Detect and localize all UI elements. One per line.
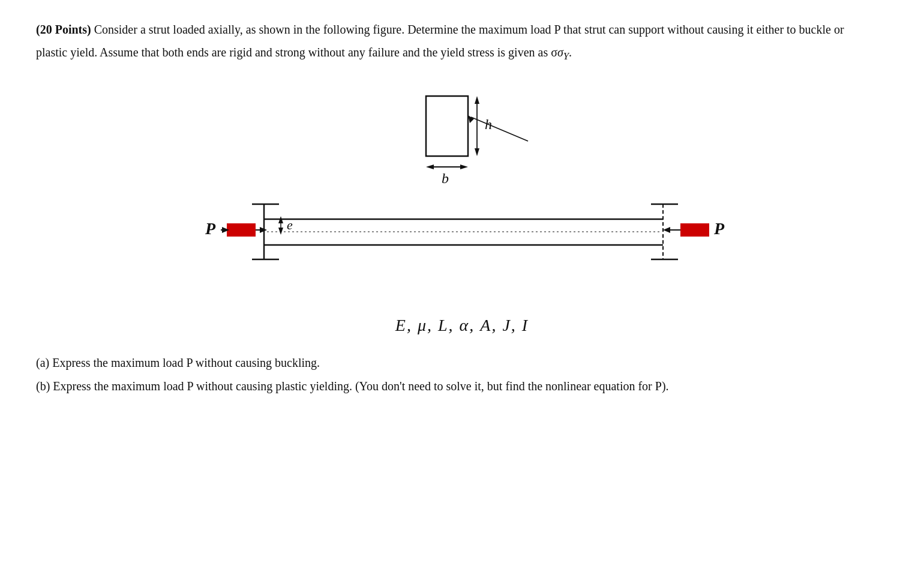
svg-rect-0 xyxy=(426,96,468,156)
svg-text:P: P xyxy=(205,219,216,238)
svg-text:e: e xyxy=(287,217,293,232)
svg-rect-30 xyxy=(680,223,709,237)
svg-marker-3 xyxy=(475,148,479,156)
problem-intro: (20 Points) Consider a strut loaded axia… xyxy=(36,18,864,66)
sigma-y: σY xyxy=(557,46,569,59)
svg-marker-2 xyxy=(475,96,479,104)
svg-marker-31 xyxy=(663,227,670,233)
params-label: E, μ, L, α, A, J, I xyxy=(395,316,529,335)
svg-text:b: b xyxy=(442,171,449,186)
svg-rect-24 xyxy=(227,223,256,237)
svg-line-9 xyxy=(471,117,528,141)
sub-b-text: (b) Express the maximum load P without c… xyxy=(36,375,864,397)
svg-text:P: P xyxy=(713,219,725,238)
svg-marker-6 xyxy=(426,165,434,169)
intro-text: Consider a strut loaded axially, as show… xyxy=(36,23,844,59)
svg-marker-7 xyxy=(460,165,468,169)
strut-figure: h b e xyxy=(192,84,732,312)
svg-marker-22 xyxy=(278,228,283,235)
sub-a-text: (a) Express the maximum load P without c… xyxy=(36,352,864,374)
svg-marker-10 xyxy=(468,115,474,123)
points-label: (20 Points) xyxy=(36,23,91,36)
figure-area: h b e xyxy=(36,84,888,335)
sub-questions: (a) Express the maximum load P without c… xyxy=(36,352,864,397)
problem-text: (20 Points) Consider a strut loaded axia… xyxy=(36,18,864,66)
